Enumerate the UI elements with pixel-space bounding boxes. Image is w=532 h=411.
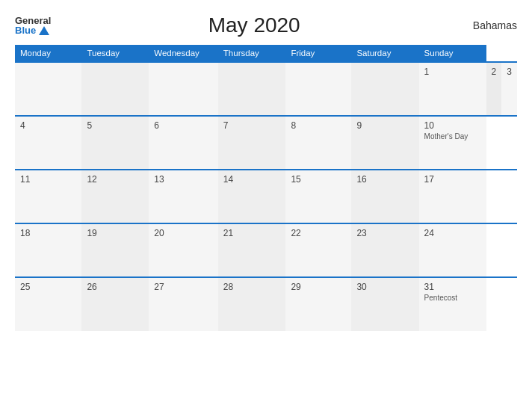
calendar-day-cell: 4 xyxy=(15,116,81,170)
calendar-day-cell: 23 xyxy=(351,223,418,277)
day-number: 24 xyxy=(424,228,434,238)
calendar-day-cell: 24 xyxy=(419,223,486,277)
header-saturday: Saturday xyxy=(351,45,418,62)
event-label: Pentecost xyxy=(424,294,481,302)
calendar-day-cell: 6 xyxy=(149,116,218,170)
day-number: 29 xyxy=(291,282,300,292)
calendar-day-cell: 8 xyxy=(285,116,351,170)
day-number: 30 xyxy=(356,282,366,292)
header-friday: Friday xyxy=(285,45,351,62)
header-wednesday: Wednesday xyxy=(149,45,218,62)
calendar-day-cell: 17 xyxy=(419,170,486,223)
calendar-day-cell: 29 xyxy=(285,277,351,331)
day-number: 13 xyxy=(154,174,164,185)
calendar-day-cell: 13 xyxy=(149,170,218,223)
header-thursday: Thursday xyxy=(218,45,286,62)
day-number: 21 xyxy=(223,228,233,238)
day-number: 10 xyxy=(424,120,434,131)
calendar-week-row: 18192021222324 xyxy=(15,223,517,277)
day-number: 28 xyxy=(223,282,233,292)
day-number: 1 xyxy=(424,67,430,77)
calendar-day-cell: 5 xyxy=(81,116,149,170)
calendar-day-cell: 22 xyxy=(285,223,351,277)
logo-triangle-icon xyxy=(39,26,49,35)
calendar-week-row: 123 xyxy=(15,62,517,116)
calendar-day-cell: 25 xyxy=(15,277,81,331)
calendar-page: General Blue May 2020 Bahamas Monday Tue… xyxy=(0,0,532,411)
header-monday: Monday xyxy=(15,45,81,62)
day-number: 16 xyxy=(356,174,366,185)
calendar-day-cell: 18 xyxy=(15,223,81,277)
calendar-day-cell: 7 xyxy=(218,116,286,170)
calendar-day-cell xyxy=(285,62,351,116)
day-number: 4 xyxy=(20,120,25,131)
day-number: 26 xyxy=(87,282,96,292)
day-number: 20 xyxy=(154,228,164,238)
day-number: 8 xyxy=(291,120,296,131)
calendar-day-cell: 21 xyxy=(218,223,286,277)
day-number: 2 xyxy=(492,67,497,77)
calendar-header: General Blue May 2020 Bahamas xyxy=(15,13,517,37)
day-number: 5 xyxy=(87,120,92,131)
calendar-day-cell: 3 xyxy=(501,62,517,116)
day-number: 7 xyxy=(223,120,229,131)
calendar-day-cell: 27 xyxy=(149,277,218,331)
calendar-week-row: 45678910Mother's Day xyxy=(15,116,517,170)
month-title: May 2020 xyxy=(51,13,457,37)
calendar-day-cell: 12 xyxy=(81,170,149,223)
calendar-day-cell: 11 xyxy=(15,170,81,223)
day-number: 27 xyxy=(154,282,164,292)
calendar-day-cell: 14 xyxy=(218,170,286,223)
calendar-day-cell: 9 xyxy=(351,116,418,170)
day-number: 31 xyxy=(424,282,434,292)
day-number: 12 xyxy=(87,174,96,185)
calendar-week-row: 11121314151617 xyxy=(15,170,517,223)
logo-blue-text: Blue xyxy=(15,25,51,35)
day-number: 23 xyxy=(356,228,366,238)
calendar-day-cell: 20 xyxy=(149,223,218,277)
day-number: 17 xyxy=(424,174,434,185)
day-number: 11 xyxy=(20,174,30,185)
calendar-day-cell xyxy=(218,62,286,116)
calendar-day-cell xyxy=(351,62,418,116)
calendar-day-cell: 10Mother's Day xyxy=(419,116,486,170)
day-number: 9 xyxy=(356,120,362,131)
day-number: 25 xyxy=(20,282,30,292)
day-number: 14 xyxy=(223,174,233,185)
calendar-day-cell: 30 xyxy=(351,277,418,331)
header-sunday: Sunday xyxy=(419,45,486,62)
calendar-day-empty xyxy=(149,62,218,116)
header-tuesday: Tuesday xyxy=(81,45,149,62)
calendar-day-cell: 2 xyxy=(486,62,502,116)
calendar-day-cell: 28 xyxy=(218,277,286,331)
calendar-day-cell: 19 xyxy=(81,223,149,277)
day-number: 19 xyxy=(87,228,96,238)
day-number: 18 xyxy=(20,228,30,238)
calendar-day-cell: 1 xyxy=(419,62,486,116)
calendar-day-cell: 16 xyxy=(351,170,418,223)
calendar-day-cell: 31Pentecost xyxy=(419,277,486,331)
calendar-day-cell: 26 xyxy=(81,277,149,331)
day-number: 15 xyxy=(291,174,300,185)
calendar-table: Monday Tuesday Wednesday Thursday Friday… xyxy=(15,45,517,331)
calendar-day-empty xyxy=(15,62,81,116)
day-number: 22 xyxy=(291,228,300,238)
day-number: 3 xyxy=(507,67,512,77)
weekday-header-row: Monday Tuesday Wednesday Thursday Friday… xyxy=(15,45,517,62)
logo: General Blue xyxy=(15,16,51,35)
calendar-day-cell: 15 xyxy=(285,170,351,223)
calendar-week-row: 25262728293031Pentecost xyxy=(15,277,517,331)
calendar-day-empty xyxy=(81,62,149,116)
day-number: 6 xyxy=(154,120,159,131)
country-label: Bahamas xyxy=(457,19,517,31)
event-label: Mother's Day xyxy=(424,132,481,140)
